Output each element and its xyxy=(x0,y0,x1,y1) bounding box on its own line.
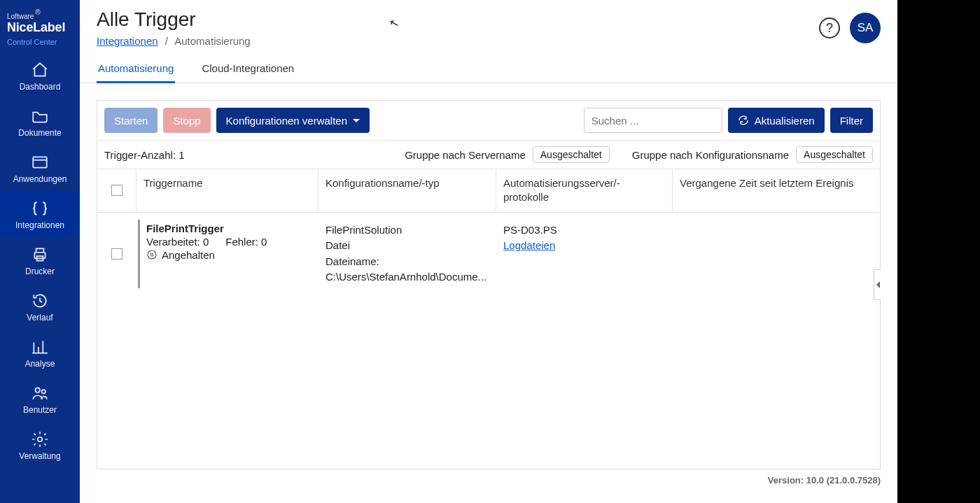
window-icon xyxy=(31,153,49,171)
folder-icon xyxy=(31,107,49,125)
users-icon xyxy=(31,384,49,402)
chart-icon xyxy=(31,338,49,356)
sidebar-item-label: Integrationen xyxy=(15,220,64,230)
sidebar-item-applications[interactable]: Anwendungen xyxy=(0,146,80,192)
log-files-link[interactable]: Logdateien xyxy=(503,239,555,251)
cell-server: PS-D03.PS Logdateien xyxy=(496,215,673,292)
brand-module: Control Center xyxy=(7,38,74,46)
meta-row: Trigger-Anzahl: 1 Gruppe nach Servername… xyxy=(97,141,880,169)
sidebar-item-dashboard[interactable]: Dashboard xyxy=(0,53,80,99)
brand-company: Loftware xyxy=(7,13,34,20)
sidebar-item-label: Dashboard xyxy=(20,82,61,92)
sidebar-item-documents[interactable]: Dokumente xyxy=(0,99,80,146)
brand-block: Loftware® NiceLabel Control Center xyxy=(0,0,80,53)
brand-product: NiceLabel xyxy=(7,21,74,35)
trigger-errors: Fehler: 0 xyxy=(225,236,267,248)
trigger-status-text: Angehalten xyxy=(162,249,215,261)
sidebar-item-history[interactable]: Verlauf xyxy=(0,284,80,330)
pause-icon xyxy=(146,249,158,260)
help-button[interactable]: ? xyxy=(819,17,840,38)
group-server-label: Gruppe nach Servername xyxy=(405,149,526,161)
server-name: PS-D03.PS xyxy=(503,222,666,239)
search-input[interactable] xyxy=(592,115,724,127)
help-icon: ? xyxy=(826,21,833,36)
sidebar-item-label: Anwendungen xyxy=(13,174,67,184)
breadcrumb-sep: / xyxy=(165,35,168,47)
col-elapsed[interactable]: Vergangene Zeit seit letztem Ereignis xyxy=(673,169,880,212)
header-actions: ? SA xyxy=(819,13,881,43)
cell-elapsed xyxy=(673,215,880,292)
sidebar-item-label: Benutzer xyxy=(23,405,57,415)
toolbar: Starten Stopp Konfigurationen verwalten … xyxy=(97,101,880,141)
history-icon xyxy=(31,292,49,310)
sidebar-item-admin[interactable]: Verwaltung xyxy=(0,423,80,469)
gear-icon xyxy=(31,430,49,448)
cell-trigger: FilePrintTrigger Verarbeitet: 0 Fehler: … xyxy=(136,215,318,292)
search-input-wrap[interactable] xyxy=(584,108,722,133)
config-type: Datei xyxy=(326,238,489,254)
sidebar-item-integrations[interactable]: Integrationen xyxy=(0,192,80,238)
sidebar-item-label: Drucker xyxy=(25,267,55,276)
footer-version: Version: 10.0 (21.0.0.7528) xyxy=(80,469,897,486)
avatar[interactable]: SA xyxy=(850,13,881,43)
table-body[interactable]: FilePrintTrigger Verarbeitet: 0 Fehler: … xyxy=(97,213,880,463)
breadcrumb-link-integrations[interactable]: Integrationen xyxy=(97,35,158,47)
svg-rect-1 xyxy=(34,253,45,259)
sidebar: Loftware® NiceLabel Control Center Dashb… xyxy=(0,0,80,503)
sidebar-item-label: Verwaltung xyxy=(19,451,60,461)
config-name: FilePrintSolution xyxy=(326,222,489,239)
config-path-label: Dateiname: xyxy=(326,254,489,270)
content: Starten Stopp Konfigurationen verwalten … xyxy=(80,83,897,503)
tab-cloud-integrations[interactable]: Cloud-Integrationen xyxy=(200,55,295,83)
table-row: FilePrintTrigger Verarbeitet: 0 Fehler: … xyxy=(97,213,880,295)
sidebar-item-label: Dokumente xyxy=(18,128,61,138)
manage-config-button[interactable]: Konfigurationen verwalten xyxy=(216,108,370,133)
stop-button[interactable]: Stopp xyxy=(163,108,210,133)
svg-point-4 xyxy=(42,390,46,393)
main: Alle Trigger ↖ ? SA Integrationen / Auto… xyxy=(80,0,897,503)
row-checkbox-cell xyxy=(97,241,136,267)
tabs: Automatisierung Cloud-Integrationen xyxy=(80,55,897,83)
trigger-count: Trigger-Anzahl: 1 xyxy=(104,149,185,161)
col-server[interactable]: Automatisierungsserver/-protokolle xyxy=(496,169,673,212)
row-checkbox[interactable] xyxy=(111,248,122,260)
table-header: Triggername Konfigurationsname/-typ Auto… xyxy=(97,169,880,213)
refresh-button[interactable]: Aktualisieren xyxy=(728,108,825,133)
col-trigger[interactable]: Triggername xyxy=(136,169,318,212)
breadcrumb-current: Automatisierung xyxy=(174,35,250,47)
sidebar-item-analysis[interactable]: Analyse xyxy=(0,330,80,376)
svg-rect-0 xyxy=(33,157,47,167)
manage-config-label: Konfigurationen verwalten xyxy=(226,115,347,127)
breadcrumb: Integrationen / Automatisierung xyxy=(97,35,881,47)
right-margin xyxy=(897,0,980,503)
cell-config: FilePrintSolution Datei Dateiname: C:\Us… xyxy=(318,215,496,292)
sidebar-item-label: Verlauf xyxy=(27,313,52,323)
panel: Starten Stopp Konfigurationen verwalten … xyxy=(97,100,881,469)
sidebar-item-printers[interactable]: Drucker xyxy=(0,238,80,284)
svg-point-7 xyxy=(148,250,156,259)
group-config-label: Gruppe nach Konfigurationsname xyxy=(632,149,789,161)
start-button[interactable]: Starten xyxy=(104,108,158,133)
svg-point-5 xyxy=(38,437,43,442)
home-icon xyxy=(31,61,49,79)
header-checkbox-cell xyxy=(97,169,136,212)
panel-collapse-handle[interactable] xyxy=(874,269,881,300)
page-title: Alle Trigger xyxy=(97,8,196,31)
col-config[interactable]: Konfigurationsname/-typ xyxy=(318,169,496,212)
select-all-checkbox[interactable] xyxy=(111,185,122,196)
sidebar-item-label: Analyse xyxy=(25,359,55,369)
trigger-processed: Verarbeitet: 0 xyxy=(146,236,209,248)
printer-icon xyxy=(31,246,49,264)
avatar-initials: SA xyxy=(858,21,874,35)
refresh-label: Aktualisieren xyxy=(755,115,815,127)
refresh-icon xyxy=(738,115,749,126)
tab-automation[interactable]: Automatisierung xyxy=(97,55,175,83)
group-config-toggle[interactable]: Ausgeschaltet xyxy=(796,146,873,163)
nav: Dashboard Dokumente Anwendungen Integrat… xyxy=(0,53,80,469)
page-header: Alle Trigger ↖ ? SA Integrationen / Auto… xyxy=(80,0,897,55)
trigger-name: FilePrintTrigger xyxy=(146,222,312,234)
braces-icon xyxy=(31,199,49,218)
filter-button[interactable]: Filter xyxy=(830,108,873,133)
group-server-toggle[interactable]: Ausgeschaltet xyxy=(533,146,610,163)
sidebar-item-users[interactable]: Benutzer xyxy=(0,376,80,423)
